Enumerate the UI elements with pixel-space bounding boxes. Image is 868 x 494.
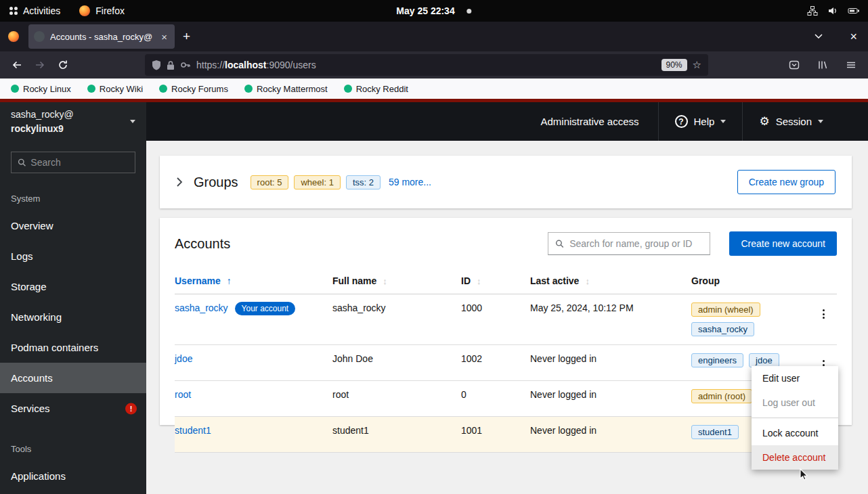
sidebar-search-input[interactable] [30,157,129,168]
bookmark-rocky-wiki[interactable]: Rocky Wiki [87,84,143,94]
username-link[interactable]: student1 [175,425,211,436]
cockpit-app: sasha_rocky@ rockylinux9 System Overview… [0,102,868,494]
activities-button[interactable]: Activities [0,0,70,22]
column-header-id[interactable]: ID↕ [456,268,525,294]
rocky-icon [159,85,167,93]
username-label: sasha_rocky@ [11,109,74,120]
nav-section-tools: Tools [0,424,146,461]
masthead: Administrative access ? Help ⚙ Session [146,102,868,141]
group-badge: admin (root) [691,389,752,403]
group-badge: engineers [691,353,743,367]
username-link[interactable]: jdoe [175,353,192,364]
full-name-cell: student1 [327,417,456,453]
last-active-cell: May 25, 2024, 10:12 PM [525,294,686,345]
groups-expand-toggle[interactable] [176,177,183,187]
back-button[interactable] [5,54,28,76]
nav-section-system: System [0,173,146,210]
full-name-cell: root [327,381,456,417]
url-bar[interactable]: https://localhost:9090/users 90% ☆ [145,54,708,76]
group-badge-root: root: 5 [251,175,289,189]
column-header-last-active[interactable]: Last active↕ [525,268,686,294]
reload-button[interactable] [51,54,74,76]
browser-tab[interactable]: Accounts - sasha_rocky@ × [28,24,175,49]
forward-button[interactable] [28,54,51,76]
list-tabs-chevron-icon[interactable] [815,34,823,39]
bookmark-rocky-linux[interactable]: Rocky Linux [11,84,71,94]
last-active-cell: Never logged in [525,417,686,453]
volume-icon [827,5,838,16]
sidebar-item-overview[interactable]: Overview [0,210,146,241]
host-switcher[interactable]: sasha_rocky@ rockylinux9 [0,102,146,141]
firefox-taskbar-button[interactable]: Firefox [70,0,134,22]
row-actions-kebab-button[interactable] [820,307,827,321]
group-badge: sasha_rocky [691,322,754,336]
tab-close-icon[interactable]: × [159,31,169,43]
account-row-sasha_rocky: sasha_rockyYour account sasha_rocky 1000… [175,294,837,345]
tracking-shield-icon[interactable] [152,60,161,70]
id-cell: 1001 [456,417,525,453]
gear-icon: ⚙ [759,116,769,127]
hostname-label: rockylinux9 [11,123,64,134]
library-icon[interactable] [811,54,834,76]
tab-title: Accounts - sasha_rocky@ [50,32,154,42]
firefox-icon [79,5,90,16]
pocket-icon[interactable] [783,54,806,76]
browser-toolbar: https://localhost:9090/users 90% ☆ [0,51,868,78]
last-active-cell: Never logged in [525,381,686,417]
browser-tab-bar: Accounts - sasha_rocky@ × + × [0,22,868,51]
sidebar-item-podman-containers[interactable]: Podman containers [0,332,146,363]
sidebar-item-logs[interactable]: Logs [0,241,146,271]
menu-item-log-user-out: Log user out [752,390,838,415]
firefox-label: Firefox [95,5,125,16]
window-close-icon[interactable]: × [850,30,857,44]
group-badge-tss: tss: 2 [346,175,381,189]
sidebar-item-applications[interactable]: Applications [0,461,146,491]
accounts-search[interactable] [548,232,710,255]
bookmark-rocky-forums[interactable]: Rocky Forums [159,84,228,94]
menu-item-delete-account[interactable]: Delete account [752,445,838,470]
menu-item-lock-account[interactable]: Lock account [752,421,838,445]
sidebar-item-services[interactable]: Services ! [0,393,146,424]
account-row-root: root root 0 Never logged in admin (root) [175,381,837,417]
search-icon [555,239,564,248]
clock[interactable]: May 25 22:34 [396,5,454,16]
sidebar-search[interactable] [11,152,135,173]
account-row-student1: student1 student1 1001 Never logged in s… [175,417,837,453]
groups-more-link[interactable]: 59 more... [389,177,431,187]
create-new-group-button[interactable]: Create new group [737,170,836,194]
username-link[interactable]: sasha_rocky [175,302,228,313]
activities-grid-icon [9,7,18,15]
help-dropdown[interactable]: ? Help [658,102,743,141]
system-tray[interactable] [807,5,868,16]
rocky-icon [344,85,352,93]
session-dropdown[interactable]: ⚙ Session [742,102,840,141]
username-link[interactable]: root [175,389,191,400]
create-new-account-button[interactable]: Create new account [729,231,837,256]
help-icon: ? [675,115,688,128]
lock-icon[interactable] [167,60,175,70]
new-tab-button[interactable]: + [183,29,190,44]
sidebar-item-accounts[interactable]: Accounts [0,363,146,393]
bookmark-star-icon[interactable]: ☆ [693,59,701,71]
bookmark-rocky-mattermost[interactable]: Rocky Mattermost [244,84,328,94]
menu-item-edit-user[interactable]: Edit user [752,366,838,390]
zoom-level-badge[interactable]: 90% [661,59,687,71]
column-header-full-name[interactable]: Full name↕ [327,268,456,294]
key-icon[interactable] [180,60,191,70]
screen: Activities Firefox May 25 22:34 Accounts… [0,0,868,494]
search-icon [18,158,26,167]
menu-hamburger-icon[interactable] [840,54,863,76]
column-header-actions [810,268,837,294]
sidebar-item-storage[interactable]: Storage [0,271,146,302]
services-alert-badge: ! [125,403,137,414]
your-account-badge: Your account [235,302,296,315]
chevron-down-icon [720,120,726,123]
sort-ascending-icon: ↑ [227,275,232,286]
administrative-access-indicator[interactable]: Administrative access [540,116,657,127]
url-text[interactable]: https://localhost:9090/users [196,60,316,70]
column-header-username[interactable]: Username↑ [175,268,327,294]
accounts-search-input[interactable] [569,238,703,249]
sidebar-item-networking[interactable]: Networking [0,302,146,332]
firefox-view-icon[interactable] [8,31,19,42]
bookmark-rocky-reddit[interactable]: Rocky Reddit [344,84,408,94]
